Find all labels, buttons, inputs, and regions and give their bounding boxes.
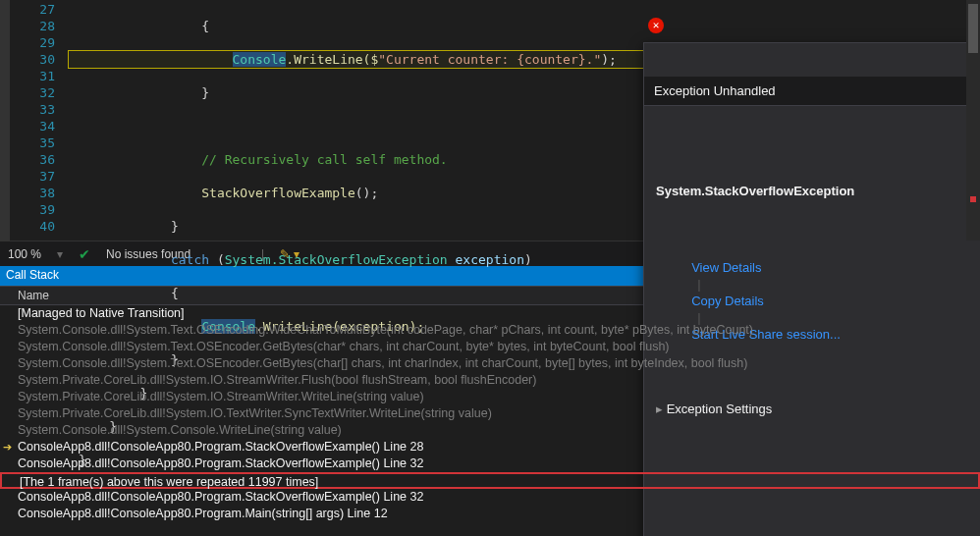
exception-type: System.StackOverflowException [656, 183, 980, 199]
callstack-list[interactable]: [Managed to Native Transition]System.Con… [0, 305, 980, 536]
callstack-row[interactable]: ConsoleApp8.dll!ConsoleApp80.Program.Sta… [0, 456, 980, 472]
code-token: Console [233, 52, 287, 67]
code-editor[interactable]: 272829 303132 333435 363738 3940 { Conso… [0, 0, 980, 241]
vertical-scrollbar[interactable] [966, 0, 980, 241]
callstack-row[interactable]: System.Console.dll!System.Console.WriteL… [0, 422, 980, 439]
callstack-row[interactable]: [The 1 frame(s) above this were repeated… [0, 472, 980, 489]
scrollbar-thumb[interactable] [968, 4, 978, 53]
callstack-row[interactable]: System.Console.dll!System.Text.OSEncoder… [0, 339, 980, 355]
callstack-row[interactable]: System.Private.CoreLib.dll!System.IO.Tex… [0, 405, 980, 422]
exception-adorner-icon[interactable]: ✕ [648, 18, 664, 33]
line-number-gutter: 272829 303132 333435 363738 3940 [10, 0, 69, 241]
callstack-row[interactable]: System.Private.CoreLib.dll!System.IO.Str… [0, 372, 980, 389]
callstack-current-frame[interactable]: ConsoleApp8.dll!ConsoleApp80.Program.Sta… [0, 439, 980, 456]
zoom-level[interactable]: 100 % [8, 247, 41, 261]
breakpoint-margin[interactable] [0, 0, 10, 241]
code-surface[interactable]: { Console.WriteLine($"Current counter: {… [69, 0, 980, 241]
callstack-row[interactable]: System.Console.dll!System.Text.OSEncoder… [0, 355, 980, 372]
exception-popup-title: Exception Unhandled [654, 82, 980, 99]
callstack-row[interactable]: [Managed to Native Transition] [0, 305, 980, 322]
callstack-row[interactable]: System.Private.CoreLib.dll!System.IO.Str… [0, 389, 980, 405]
exception-popup-title-bar: Exception Unhandled ⚲ ✕ [644, 77, 980, 106]
scrollbar-error-mark [970, 196, 976, 202]
callstack-row[interactable]: System.Console.dll!System.Text.OSEncodin… [0, 322, 980, 339]
callstack-row[interactable]: ConsoleApp8.dll!ConsoleApp80.Program.Mai… [0, 506, 980, 522]
callstack-row[interactable]: ConsoleApp8.dll!ConsoleApp80.Program.Sta… [0, 489, 980, 506]
view-details-link[interactable]: View Details [691, 260, 761, 275]
